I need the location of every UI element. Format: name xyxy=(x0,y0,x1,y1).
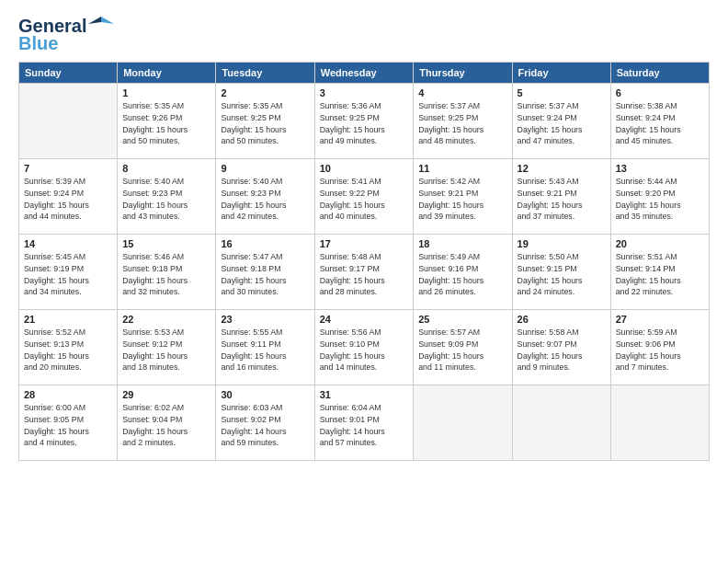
table-row: 10Sunrise: 5:41 AMSunset: 9:22 PMDayligh… xyxy=(314,159,414,235)
day-info: Sunrise: 5:59 AMSunset: 9:06 PMDaylight:… xyxy=(616,327,704,373)
day-info: Sunrise: 5:48 AMSunset: 9:17 PMDaylight:… xyxy=(320,251,409,298)
day-detail: Daylight: 15 hours xyxy=(221,351,286,361)
day-info: Sunrise: 5:57 AMSunset: 9:09 PMDaylight:… xyxy=(418,327,506,373)
day-number: 5 xyxy=(518,87,606,98)
day-detail: Daylight: 15 hours xyxy=(518,351,583,361)
day-number: 12 xyxy=(518,163,606,174)
day-detail: Daylight: 15 hours xyxy=(24,351,89,361)
day-info: Sunrise: 5:42 AMSunset: 9:21 PMDaylight:… xyxy=(418,176,506,223)
day-detail: and 37 minutes. xyxy=(518,212,575,221)
day-info: Sunrise: 5:50 AMSunset: 9:15 PMDaylight:… xyxy=(518,251,606,298)
day-detail: Sunset: 9:23 PM xyxy=(122,189,182,198)
day-detail: Sunset: 9:14 PM xyxy=(616,264,676,273)
day-number: 10 xyxy=(320,163,409,174)
day-info: Sunrise: 5:36 AMSunset: 9:25 PMDaylight:… xyxy=(320,100,409,147)
day-detail: Sunset: 9:01 PM xyxy=(320,415,380,424)
day-number: 20 xyxy=(616,238,704,249)
day-number: 13 xyxy=(616,163,704,174)
calendar-header-row: Sunday Monday Tuesday Wednesday Thursday… xyxy=(19,63,710,84)
table-row: 4Sunrise: 5:37 AMSunset: 9:25 PMDaylight… xyxy=(414,84,512,159)
day-info: Sunrise: 6:04 AMSunset: 9:01 PMDaylight:… xyxy=(320,402,409,449)
col-wednesday: Wednesday xyxy=(314,63,414,84)
table-row: 20Sunrise: 5:51 AMSunset: 9:14 PMDayligh… xyxy=(610,235,709,310)
day-detail: Sunrise: 5:58 AM xyxy=(518,327,579,337)
day-detail: Sunrise: 5:39 AM xyxy=(24,177,85,186)
day-detail: and 45 minutes. xyxy=(616,136,674,145)
col-thursday: Thursday xyxy=(414,63,512,84)
table-row: 11Sunrise: 5:42 AMSunset: 9:21 PMDayligh… xyxy=(414,159,512,235)
day-detail: Daylight: 15 hours xyxy=(122,276,188,285)
day-detail: Sunrise: 6:00 AM xyxy=(24,403,85,412)
day-detail: Sunset: 9:21 PM xyxy=(418,189,478,198)
day-detail: and 59 minutes. xyxy=(221,438,279,447)
table-row: 24Sunrise: 5:56 AMSunset: 9:10 PMDayligh… xyxy=(314,310,414,385)
day-detail: Daylight: 15 hours xyxy=(418,201,483,210)
table-row: 16Sunrise: 5:47 AMSunset: 9:18 PMDayligh… xyxy=(216,235,314,310)
day-number: 1 xyxy=(122,87,210,98)
day-detail: Sunset: 9:15 PM xyxy=(518,264,577,273)
table-row: 17Sunrise: 5:48 AMSunset: 9:17 PMDayligh… xyxy=(314,235,414,310)
day-detail: Sunset: 9:25 PM xyxy=(320,113,380,122)
day-detail: and 44 minutes. xyxy=(24,212,82,221)
table-row xyxy=(414,385,512,461)
day-detail: Sunrise: 5:57 AM xyxy=(418,327,480,337)
day-info: Sunrise: 5:40 AMSunset: 9:23 PMDaylight:… xyxy=(122,176,210,223)
day-detail: Sunrise: 5:45 AM xyxy=(24,252,85,261)
day-detail: Sunset: 9:06 PM xyxy=(616,339,676,349)
day-info: Sunrise: 5:52 AMSunset: 9:13 PMDaylight:… xyxy=(24,327,112,373)
day-detail: Sunrise: 5:41 AM xyxy=(320,177,381,186)
day-detail: Sunrise: 6:03 AM xyxy=(221,403,282,412)
day-detail: Daylight: 15 hours xyxy=(221,125,286,134)
day-detail: Daylight: 15 hours xyxy=(418,276,483,285)
calendar-table: Sunday Monday Tuesday Wednesday Thursday… xyxy=(18,62,710,461)
table-row: 13Sunrise: 5:44 AMSunset: 9:20 PMDayligh… xyxy=(610,159,709,235)
day-detail: and 47 minutes. xyxy=(518,136,575,145)
day-detail: Daylight: 15 hours xyxy=(24,201,89,210)
day-detail: Sunrise: 5:43 AM xyxy=(518,177,579,186)
day-detail: Sunrise: 5:46 AM xyxy=(122,252,184,261)
day-detail: Sunset: 9:10 PM xyxy=(320,339,380,349)
header: General Blue xyxy=(18,15,710,54)
day-number: 18 xyxy=(418,238,506,249)
day-detail: and 32 minutes. xyxy=(122,287,180,296)
day-number: 29 xyxy=(122,389,210,400)
day-detail: and 42 minutes. xyxy=(221,212,279,221)
table-row: 22Sunrise: 5:53 AMSunset: 9:12 PMDayligh… xyxy=(118,310,216,385)
day-detail: Sunset: 9:17 PM xyxy=(320,264,380,273)
day-detail: Sunrise: 5:40 AM xyxy=(221,177,282,186)
day-detail: Sunrise: 5:55 AM xyxy=(221,327,282,337)
day-detail: and 24 minutes. xyxy=(518,287,575,296)
day-detail: and 18 minutes. xyxy=(122,362,180,372)
table-row: 27Sunrise: 5:59 AMSunset: 9:06 PMDayligh… xyxy=(610,310,709,385)
table-row: 18Sunrise: 5:49 AMSunset: 9:16 PMDayligh… xyxy=(414,235,512,310)
day-detail: and 20 minutes. xyxy=(24,362,82,372)
day-detail: and 43 minutes. xyxy=(122,212,180,221)
day-detail: Daylight: 15 hours xyxy=(616,201,681,210)
day-detail: and 50 minutes. xyxy=(122,136,180,145)
day-detail: Sunrise: 5:37 AM xyxy=(418,101,480,110)
day-detail: Sunset: 9:09 PM xyxy=(418,339,478,349)
day-info: Sunrise: 5:51 AMSunset: 9:14 PMDaylight:… xyxy=(616,251,704,298)
day-info: Sunrise: 5:38 AMSunset: 9:24 PMDaylight:… xyxy=(616,100,704,147)
day-detail: Sunset: 9:21 PM xyxy=(518,189,577,198)
day-detail: Sunset: 9:04 PM xyxy=(122,415,182,424)
day-detail: Daylight: 15 hours xyxy=(221,201,286,210)
day-detail: Sunrise: 5:38 AM xyxy=(616,101,677,110)
day-detail: Sunrise: 5:49 AM xyxy=(418,252,480,261)
day-detail: Daylight: 14 hours xyxy=(320,427,385,436)
day-detail: Sunset: 9:24 PM xyxy=(616,113,676,122)
day-detail: Sunrise: 5:35 AM xyxy=(122,101,184,110)
table-row: 5Sunrise: 5:37 AMSunset: 9:24 PMDaylight… xyxy=(512,84,610,159)
day-detail: Sunset: 9:07 PM xyxy=(518,339,577,349)
day-detail: Sunrise: 5:52 AM xyxy=(24,327,85,337)
day-info: Sunrise: 5:43 AMSunset: 9:21 PMDaylight:… xyxy=(518,176,606,223)
day-info: Sunrise: 5:44 AMSunset: 9:20 PMDaylight:… xyxy=(616,176,704,223)
table-row: 31Sunrise: 6:04 AMSunset: 9:01 PMDayligh… xyxy=(314,385,414,461)
table-row: 26Sunrise: 5:58 AMSunset: 9:07 PMDayligh… xyxy=(512,310,610,385)
col-friday: Friday xyxy=(512,63,610,84)
day-info: Sunrise: 5:41 AMSunset: 9:22 PMDaylight:… xyxy=(320,176,409,223)
table-row: 6Sunrise: 5:38 AMSunset: 9:24 PMDaylight… xyxy=(610,84,709,159)
day-detail: Sunset: 9:24 PM xyxy=(518,113,577,122)
table-row: 1Sunrise: 5:35 AMSunset: 9:26 PMDaylight… xyxy=(118,84,216,159)
day-number: 31 xyxy=(320,389,409,400)
